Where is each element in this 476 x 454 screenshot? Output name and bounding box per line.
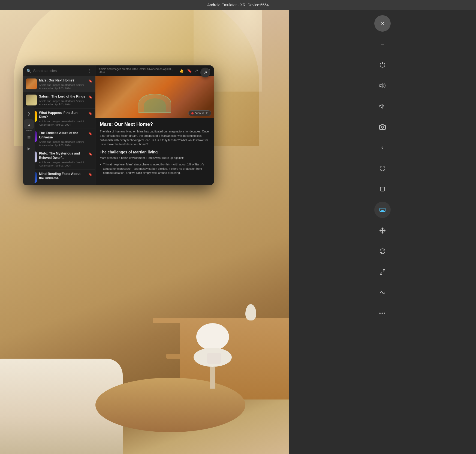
more-options-button[interactable]: ••• (374, 305, 391, 322)
recent-button[interactable] (374, 181, 391, 197)
fold-button[interactable] (374, 264, 391, 280)
minimize-button[interactable]: − (374, 36, 391, 52)
gesture-button[interactable] (374, 284, 391, 301)
save-icon[interactable]: 🔖 (187, 68, 192, 73)
article-text-universe: The Endless Allure of the Universe Artic… (39, 131, 86, 147)
article-item-saturn[interactable]: Saturn: The Lord of the Rings Article an… (23, 92, 95, 108)
search-input[interactable] (33, 69, 85, 73)
keyboard-button[interactable] (374, 202, 391, 218)
chair (191, 323, 234, 378)
article-source: Article and images created with Gemini A… (99, 68, 179, 74)
article-content-panel: Article and images created with Gemini A… (95, 65, 214, 185)
article-thumb-mars (26, 78, 37, 89)
mini-nav-home-label: Home (26, 129, 32, 132)
search-icon: 🔍 (26, 69, 31, 73)
svg-line-13 (383, 270, 385, 271)
article-text-sun: What Happens if the Sun Dies? Article an… (39, 111, 86, 127)
power-button[interactable] (374, 57, 391, 73)
article-meta-sun: Article and images created with Gemini A… (39, 120, 86, 127)
article-thumb-saturn (26, 95, 37, 105)
article-main-title: Mars: Our Next Home? (100, 122, 210, 127)
view-3d-label: View in 3D (195, 112, 208, 115)
article-text-mars: Mars: Our Next Home? Article and images … (39, 78, 86, 90)
rotate-button[interactable] (374, 243, 391, 259)
volume-up-button[interactable] (374, 77, 391, 94)
article-intro: The idea of humans living on Mars has ca… (100, 129, 210, 147)
article-title-pluto: Pluto: The Mysterious and Beloved Dwarf.… (39, 152, 86, 160)
close-button[interactable]: ✕ (374, 15, 391, 32)
bookmark-icon-saturn[interactable]: 🔖 (88, 95, 92, 99)
bookmark-icon-pluto[interactable]: 🔖 (88, 152, 92, 156)
vase (245, 304, 256, 320)
volume-down-button[interactable] (374, 98, 391, 114)
app-overlay: 🔍 ⋮ Mars: Our Next Home? Article and ima… (23, 65, 214, 185)
coffee-table (95, 378, 245, 432)
hero-dome (138, 94, 171, 113)
bullet-item-1: Thin atmosphere: Mars' atmosphere is inc… (100, 162, 210, 175)
right-sidebar: ✕ − (289, 10, 476, 454)
mini-nav-list[interactable]: ☰ (24, 133, 34, 143)
svg-point-3 (380, 166, 385, 171)
svg-marker-1 (380, 104, 382, 108)
article-title-mars: Mars: Our Next Home? (39, 78, 86, 83)
title-bar: Android Emulator - XR_Device:5554 (0, 0, 476, 10)
bookmark-icon-facts[interactable]: 🔖 (88, 172, 92, 176)
title-bar-label: Android Emulator - XR_Device:5554 (207, 3, 269, 7)
article-title-sun: What Happens if the Sun Dies? (39, 111, 86, 119)
article-title-facts: Mind-Bending Facts About the Universe (39, 172, 86, 180)
article-meta-pluto: Article and images created with Gemini A… (39, 161, 86, 168)
view-3d-dot (191, 112, 194, 114)
section1-text: Mars presents a harsh environment. Here'… (100, 156, 210, 160)
svg-point-2 (381, 126, 384, 128)
article-title-saturn: Saturn: The Lord of the Rings (39, 95, 86, 99)
article-hero: View in 3D (95, 76, 214, 118)
chair-leg (210, 367, 215, 389)
camera-button[interactable] (374, 119, 391, 135)
article-body: Mars: Our Next Home? The idea of humans … (95, 118, 214, 185)
like-icon[interactable]: 👍 (179, 68, 184, 73)
article-text-pluto: Pluto: The Mysterious and Beloved Dwarf.… (39, 152, 86, 167)
mini-nav-home[interactable]: ⌂ (24, 119, 34, 129)
article-meta-saturn: Article and images created with Gemini A… (39, 99, 86, 106)
hero-dome-inner (144, 98, 166, 112)
svg-rect-5 (380, 208, 385, 211)
article-meta-universe: Article and images created with Gemini A… (39, 140, 86, 147)
home-button[interactable] (374, 160, 391, 177)
article-text-saturn: Saturn: The Lord of the Rings Article an… (39, 95, 86, 106)
search-bar: 🔍 ⋮ (23, 65, 95, 76)
fab-button[interactable]: ↗ (200, 68, 210, 77)
share-icon[interactable]: ↗ (195, 68, 198, 73)
mini-nav-home-group[interactable]: ⌂ Home (24, 119, 34, 132)
chair-back (196, 323, 229, 350)
svg-rect-4 (381, 187, 385, 191)
bookmark-icon-sun[interactable]: 🔖 (88, 111, 92, 115)
mini-nav: ❯ ⌂ Home ☰ ▶ (23, 106, 35, 185)
cup (207, 353, 221, 364)
more-icon[interactable]: ⋮ (88, 68, 92, 73)
bookmark-icon-mars[interactable]: 🔖 (88, 79, 92, 83)
svg-marker-0 (380, 84, 382, 87)
article-meta-mars: Article and images created with Gemini A… (39, 83, 86, 90)
section1-heading: The challenges of Martian living (100, 150, 210, 154)
article-title-universe: The Endless Allure of the Universe (39, 131, 86, 140)
article-toolbar: Article and images created with Gemini A… (95, 65, 214, 76)
mini-nav-video[interactable]: ▶ (24, 144, 34, 153)
view-3d-button[interactable]: View in 3D (188, 110, 211, 116)
article-text-facts: Mind-Bending Facts About the Universe (39, 172, 86, 181)
article-item-mars[interactable]: Mars: Our Next Home? Article and images … (23, 76, 95, 92)
back-button[interactable] (374, 140, 391, 156)
svg-line-14 (380, 273, 382, 274)
move-button[interactable] (374, 222, 391, 239)
bookmark-icon-universe[interactable]: 🔖 (88, 132, 92, 135)
mini-nav-expand[interactable]: ❯ (24, 108, 34, 118)
fab-icon: ↗ (204, 70, 207, 75)
